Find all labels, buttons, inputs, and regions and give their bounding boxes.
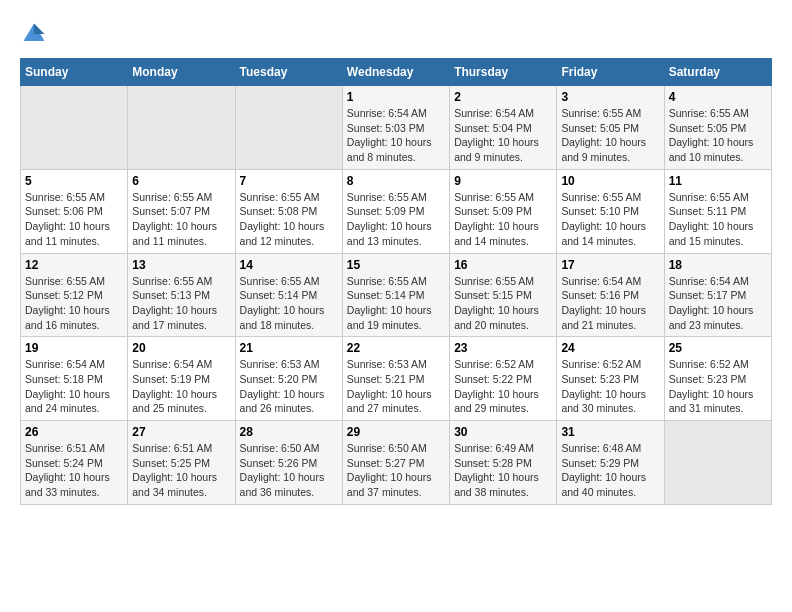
calendar-cell: 29Sunrise: 6:50 AM Sunset: 5:27 PM Dayli…: [342, 421, 449, 505]
day-info: Sunrise: 6:51 AM Sunset: 5:25 PM Dayligh…: [132, 441, 230, 500]
calendar-table: SundayMondayTuesdayWednesdayThursdayFrid…: [20, 58, 772, 505]
calendar-cell: 27Sunrise: 6:51 AM Sunset: 5:25 PM Dayli…: [128, 421, 235, 505]
day-info: Sunrise: 6:54 AM Sunset: 5:04 PM Dayligh…: [454, 106, 552, 165]
day-info: Sunrise: 6:50 AM Sunset: 5:27 PM Dayligh…: [347, 441, 445, 500]
calendar-header: SundayMondayTuesdayWednesdayThursdayFrid…: [21, 59, 772, 86]
day-info: Sunrise: 6:55 AM Sunset: 5:09 PM Dayligh…: [454, 190, 552, 249]
day-info: Sunrise: 6:55 AM Sunset: 5:05 PM Dayligh…: [669, 106, 767, 165]
weekday-header-wednesday: Wednesday: [342, 59, 449, 86]
calendar-cell: 1Sunrise: 6:54 AM Sunset: 5:03 PM Daylig…: [342, 86, 449, 170]
calendar-cell: 10Sunrise: 6:55 AM Sunset: 5:10 PM Dayli…: [557, 169, 664, 253]
calendar-cell: 31Sunrise: 6:48 AM Sunset: 5:29 PM Dayli…: [557, 421, 664, 505]
day-number: 4: [669, 90, 767, 104]
calendar-cell: [235, 86, 342, 170]
calendar-cell: 15Sunrise: 6:55 AM Sunset: 5:14 PM Dayli…: [342, 253, 449, 337]
day-number: 16: [454, 258, 552, 272]
day-number: 12: [25, 258, 123, 272]
calendar-cell: 22Sunrise: 6:53 AM Sunset: 5:21 PM Dayli…: [342, 337, 449, 421]
day-number: 30: [454, 425, 552, 439]
day-info: Sunrise: 6:55 AM Sunset: 5:11 PM Dayligh…: [669, 190, 767, 249]
calendar-week-5: 26Sunrise: 6:51 AM Sunset: 5:24 PM Dayli…: [21, 421, 772, 505]
day-info: Sunrise: 6:54 AM Sunset: 5:19 PM Dayligh…: [132, 357, 230, 416]
calendar-cell: 9Sunrise: 6:55 AM Sunset: 5:09 PM Daylig…: [450, 169, 557, 253]
day-info: Sunrise: 6:51 AM Sunset: 5:24 PM Dayligh…: [25, 441, 123, 500]
calendar-cell: 20Sunrise: 6:54 AM Sunset: 5:19 PM Dayli…: [128, 337, 235, 421]
calendar-cell: [21, 86, 128, 170]
calendar-cell: 17Sunrise: 6:54 AM Sunset: 5:16 PM Dayli…: [557, 253, 664, 337]
calendar-cell: [128, 86, 235, 170]
day-number: 1: [347, 90, 445, 104]
calendar-cell: 5Sunrise: 6:55 AM Sunset: 5:06 PM Daylig…: [21, 169, 128, 253]
day-info: Sunrise: 6:53 AM Sunset: 5:21 PM Dayligh…: [347, 357, 445, 416]
day-number: 13: [132, 258, 230, 272]
day-info: Sunrise: 6:48 AM Sunset: 5:29 PM Dayligh…: [561, 441, 659, 500]
day-info: Sunrise: 6:50 AM Sunset: 5:26 PM Dayligh…: [240, 441, 338, 500]
weekday-header-sunday: Sunday: [21, 59, 128, 86]
calendar-cell: 21Sunrise: 6:53 AM Sunset: 5:20 PM Dayli…: [235, 337, 342, 421]
calendar-cell: 23Sunrise: 6:52 AM Sunset: 5:22 PM Dayli…: [450, 337, 557, 421]
calendar-body: 1Sunrise: 6:54 AM Sunset: 5:03 PM Daylig…: [21, 86, 772, 505]
day-number: 2: [454, 90, 552, 104]
day-number: 28: [240, 425, 338, 439]
calendar-cell: 12Sunrise: 6:55 AM Sunset: 5:12 PM Dayli…: [21, 253, 128, 337]
day-number: 6: [132, 174, 230, 188]
calendar-cell: 19Sunrise: 6:54 AM Sunset: 5:18 PM Dayli…: [21, 337, 128, 421]
weekday-header-saturday: Saturday: [664, 59, 771, 86]
calendar-cell: 16Sunrise: 6:55 AM Sunset: 5:15 PM Dayli…: [450, 253, 557, 337]
day-info: Sunrise: 6:55 AM Sunset: 5:12 PM Dayligh…: [25, 274, 123, 333]
svg-marker-2: [34, 24, 45, 35]
day-info: Sunrise: 6:54 AM Sunset: 5:03 PM Dayligh…: [347, 106, 445, 165]
day-number: 15: [347, 258, 445, 272]
day-info: Sunrise: 6:55 AM Sunset: 5:14 PM Dayligh…: [240, 274, 338, 333]
day-number: 22: [347, 341, 445, 355]
calendar-week-3: 12Sunrise: 6:55 AM Sunset: 5:12 PM Dayli…: [21, 253, 772, 337]
calendar-cell: 25Sunrise: 6:52 AM Sunset: 5:23 PM Dayli…: [664, 337, 771, 421]
day-info: Sunrise: 6:54 AM Sunset: 5:18 PM Dayligh…: [25, 357, 123, 416]
day-info: Sunrise: 6:52 AM Sunset: 5:23 PM Dayligh…: [561, 357, 659, 416]
calendar-week-4: 19Sunrise: 6:54 AM Sunset: 5:18 PM Dayli…: [21, 337, 772, 421]
page-header: [20, 20, 772, 48]
day-number: 27: [132, 425, 230, 439]
day-info: Sunrise: 6:55 AM Sunset: 5:05 PM Dayligh…: [561, 106, 659, 165]
logo-icon: [20, 20, 48, 48]
day-number: 7: [240, 174, 338, 188]
day-info: Sunrise: 6:52 AM Sunset: 5:22 PM Dayligh…: [454, 357, 552, 416]
weekday-header-tuesday: Tuesday: [235, 59, 342, 86]
day-number: 21: [240, 341, 338, 355]
day-number: 29: [347, 425, 445, 439]
day-info: Sunrise: 6:55 AM Sunset: 5:10 PM Dayligh…: [561, 190, 659, 249]
calendar-week-1: 1Sunrise: 6:54 AM Sunset: 5:03 PM Daylig…: [21, 86, 772, 170]
day-info: Sunrise: 6:54 AM Sunset: 5:17 PM Dayligh…: [669, 274, 767, 333]
calendar-cell: 3Sunrise: 6:55 AM Sunset: 5:05 PM Daylig…: [557, 86, 664, 170]
weekday-header-monday: Monday: [128, 59, 235, 86]
day-number: 24: [561, 341, 659, 355]
day-info: Sunrise: 6:49 AM Sunset: 5:28 PM Dayligh…: [454, 441, 552, 500]
weekday-header-friday: Friday: [557, 59, 664, 86]
day-number: 23: [454, 341, 552, 355]
logo: [20, 20, 52, 48]
day-info: Sunrise: 6:55 AM Sunset: 5:09 PM Dayligh…: [347, 190, 445, 249]
day-number: 11: [669, 174, 767, 188]
calendar-cell: 6Sunrise: 6:55 AM Sunset: 5:07 PM Daylig…: [128, 169, 235, 253]
day-number: 20: [132, 341, 230, 355]
day-info: Sunrise: 6:53 AM Sunset: 5:20 PM Dayligh…: [240, 357, 338, 416]
day-number: 9: [454, 174, 552, 188]
weekday-header-thursday: Thursday: [450, 59, 557, 86]
calendar-cell: 24Sunrise: 6:52 AM Sunset: 5:23 PM Dayli…: [557, 337, 664, 421]
calendar-cell: 7Sunrise: 6:55 AM Sunset: 5:08 PM Daylig…: [235, 169, 342, 253]
calendar-cell: 2Sunrise: 6:54 AM Sunset: 5:04 PM Daylig…: [450, 86, 557, 170]
day-info: Sunrise: 6:55 AM Sunset: 5:07 PM Dayligh…: [132, 190, 230, 249]
day-number: 14: [240, 258, 338, 272]
day-number: 17: [561, 258, 659, 272]
day-number: 25: [669, 341, 767, 355]
day-info: Sunrise: 6:52 AM Sunset: 5:23 PM Dayligh…: [669, 357, 767, 416]
calendar-week-2: 5Sunrise: 6:55 AM Sunset: 5:06 PM Daylig…: [21, 169, 772, 253]
calendar-cell: 11Sunrise: 6:55 AM Sunset: 5:11 PM Dayli…: [664, 169, 771, 253]
calendar-cell: 8Sunrise: 6:55 AM Sunset: 5:09 PM Daylig…: [342, 169, 449, 253]
day-number: 8: [347, 174, 445, 188]
day-number: 19: [25, 341, 123, 355]
calendar-cell: 14Sunrise: 6:55 AM Sunset: 5:14 PM Dayli…: [235, 253, 342, 337]
day-number: 31: [561, 425, 659, 439]
day-number: 3: [561, 90, 659, 104]
day-info: Sunrise: 6:55 AM Sunset: 5:15 PM Dayligh…: [454, 274, 552, 333]
